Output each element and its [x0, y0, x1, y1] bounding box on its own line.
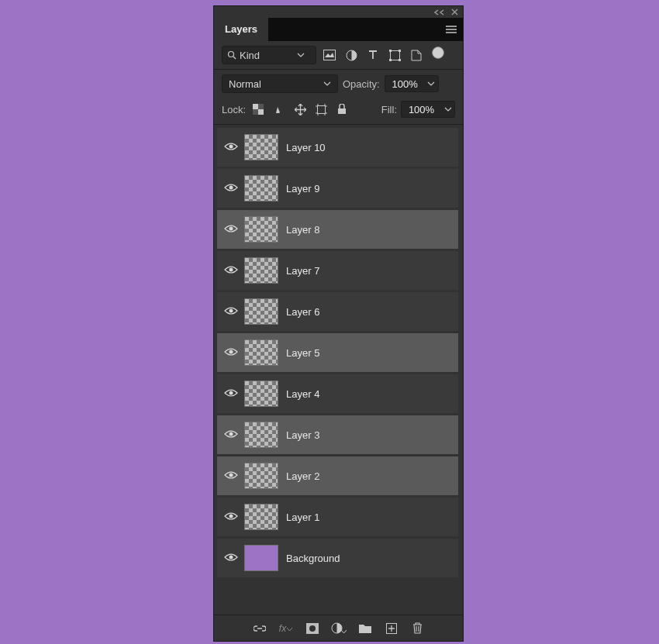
layer-row[interactable]: Layer 2 [217, 456, 458, 495]
lock-position-icon[interactable] [292, 101, 309, 118]
fill-input[interactable]: 100% [401, 101, 441, 118]
lock-fill-row: Lock: Fill: 100% [214, 98, 463, 124]
layer-name[interactable]: Layer 9 [286, 183, 319, 195]
svg-rect-3 [390, 50, 399, 60]
filter-smartobject-icon[interactable] [408, 46, 425, 64]
chevron-down-icon [323, 80, 331, 88]
layer-row[interactable]: Layer 5 [217, 333, 458, 372]
blend-mode-select[interactable]: Normal [222, 74, 338, 93]
opacity-input[interactable]: 100% [385, 75, 425, 92]
layer-name[interactable]: Layer 1 [286, 511, 319, 523]
new-group-button[interactable] [357, 621, 373, 636]
eye-icon [224, 429, 238, 441]
filter-type-icon[interactable] [364, 46, 381, 64]
svg-rect-10 [258, 104, 264, 109]
eye-icon [224, 224, 238, 236]
lock-label: Lock: [222, 104, 246, 115]
svg-rect-9 [258, 109, 264, 115]
opacity-stepper[interactable] [425, 75, 439, 92]
filter-pixel-icon[interactable] [321, 46, 338, 64]
add-adjustment-button[interactable] [331, 621, 347, 636]
visibility-toggle[interactable] [218, 553, 244, 564]
delete-layer-button[interactable] [410, 621, 426, 636]
filter-row [214, 41, 463, 69]
layer-row[interactable]: Background [217, 539, 458, 577]
lock-image-icon[interactable] [271, 101, 288, 118]
svg-rect-11 [253, 109, 258, 115]
layer-thumbnail[interactable] [244, 134, 278, 160]
eye-icon [224, 388, 238, 400]
layer-name[interactable]: Layer 8 [286, 224, 319, 236]
lock-transparency-icon[interactable] [250, 101, 267, 118]
filter-toggle[interactable] [430, 46, 447, 64]
svg-point-19 [229, 350, 233, 353]
layers-list: Layer 10Layer 9Layer 8Layer 7Layer 6Laye… [214, 125, 463, 615]
visibility-toggle[interactable] [218, 511, 244, 523]
layer-name[interactable]: Layer 4 [286, 388, 319, 400]
visibility-toggle[interactable] [218, 142, 244, 153]
layer-thumbnail[interactable] [244, 216, 278, 243]
layer-thumbnail[interactable] [244, 504, 278, 530]
visibility-toggle[interactable] [218, 388, 244, 400]
svg-point-16 [229, 226, 233, 230]
eye-icon [224, 347, 238, 359]
opacity-value: 100% [392, 78, 418, 90]
visibility-toggle[interactable] [218, 306, 244, 318]
filter-shape-icon[interactable] [386, 46, 403, 64]
eye-icon [224, 183, 238, 195]
tab-spacer [268, 18, 440, 41]
layer-name[interactable]: Background [286, 553, 340, 564]
blend-mode-value: Normal [229, 78, 261, 90]
layer-thumbnail[interactable] [244, 381, 278, 407]
layer-thumbnail[interactable] [244, 422, 278, 448]
link-layers-icon[interactable] [252, 621, 267, 636]
layer-row[interactable]: Layer 3 [217, 415, 458, 454]
layer-row[interactable]: Layer 9 [217, 169, 458, 208]
lock-all-icon[interactable] [333, 101, 350, 118]
tab-layers[interactable]: Layers [214, 19, 268, 40]
layer-row[interactable]: Layer 8 [217, 210, 458, 249]
layer-row[interactable]: Layer 1 [217, 498, 458, 536]
layer-row[interactable]: Layer 4 [217, 374, 458, 413]
layer-thumbnail[interactable] [244, 175, 278, 201]
chevron-down-icon [427, 80, 435, 88]
filter-kind-input[interactable] [240, 50, 294, 61]
panel-menu-button[interactable] [440, 18, 463, 41]
layer-name[interactable]: Layer 3 [286, 429, 319, 441]
add-mask-button[interactable] [305, 621, 320, 636]
layer-row[interactable]: Layer 7 [217, 251, 458, 290]
visibility-toggle[interactable] [218, 183, 244, 195]
fill-stepper[interactable] [441, 101, 455, 118]
eye-icon [224, 511, 238, 523]
fill-value: 100% [409, 104, 434, 115]
collapse-icon[interactable] [434, 9, 445, 15]
visibility-toggle[interactable] [218, 470, 244, 482]
layer-thumbnail[interactable] [244, 298, 278, 325]
new-layer-button[interactable] [384, 621, 399, 636]
layer-row[interactable]: Layer 10 [217, 128, 458, 167]
layer-fx-button[interactable]: fx [278, 621, 294, 636]
layer-row[interactable]: Layer 6 [217, 292, 458, 331]
layer-name[interactable]: Layer 10 [286, 142, 326, 153]
layer-name[interactable]: Layer 5 [286, 347, 319, 359]
filter-kind-select[interactable] [222, 46, 316, 64]
layer-thumbnail[interactable] [244, 545, 278, 571]
visibility-toggle[interactable] [218, 265, 244, 277]
svg-point-22 [229, 473, 233, 477]
layer-name[interactable]: Layer 7 [286, 265, 319, 277]
visibility-toggle[interactable] [218, 224, 244, 236]
layer-name[interactable]: Layer 2 [286, 470, 319, 482]
layer-name[interactable]: Layer 6 [286, 306, 319, 318]
layer-thumbnail[interactable] [244, 257, 278, 284]
layer-thumbnail[interactable] [244, 339, 278, 366]
filter-adjustment-icon[interactable] [343, 46, 360, 64]
svg-rect-7 [399, 59, 401, 61]
close-icon[interactable] [451, 9, 458, 15]
visibility-toggle[interactable] [218, 347, 244, 359]
visibility-toggle[interactable] [218, 429, 244, 441]
svg-point-18 [229, 308, 233, 312]
lock-artboard-icon[interactable] [312, 101, 330, 118]
panel-body: Normal Opacity: 100% Lock: [214, 41, 463, 641]
fill-label: Fill: [381, 104, 397, 115]
layer-thumbnail[interactable] [244, 463, 278, 489]
